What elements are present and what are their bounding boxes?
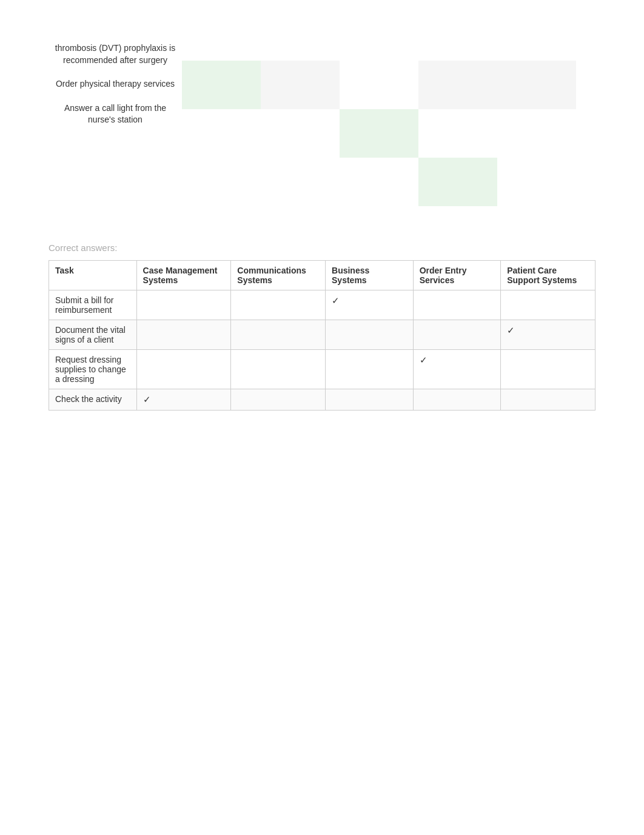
header-order-entry: Order Entry Services xyxy=(413,261,501,290)
cell-order_entry xyxy=(413,290,501,320)
top-cell-1-1 xyxy=(182,61,261,109)
cell-patient_care xyxy=(501,389,595,411)
cell-business xyxy=(326,389,414,411)
top-task-item-1: thrombosis (DVT) prophylaxis is recommen… xyxy=(49,36,182,72)
top-cell-2-1 xyxy=(261,61,340,109)
checkmark: ✓ xyxy=(507,325,515,335)
top-task-item-3: Answer a call light from the nurse's sta… xyxy=(49,96,182,132)
correct-answers-label: Correct answers: xyxy=(49,243,595,253)
cell-communications xyxy=(231,320,326,350)
top-cell-1-2 xyxy=(182,109,261,158)
cell-case_mgmt xyxy=(136,350,231,389)
cell-case_mgmt: ✓ xyxy=(136,389,231,411)
table-row: Document the vital signs of a client✓ xyxy=(49,320,595,350)
top-cell-5-2 xyxy=(497,109,576,158)
top-cell-4-3 xyxy=(418,158,497,206)
top-cell-5-1 xyxy=(497,61,576,109)
cell-communications xyxy=(231,290,326,320)
top-cell-4-1 xyxy=(418,61,497,109)
top-col-1 xyxy=(182,36,261,206)
top-col-2 xyxy=(261,36,340,206)
top-cell-2-2 xyxy=(261,109,340,158)
top-task-item-2: Order physical therapy services xyxy=(49,72,182,96)
top-cell-2-3 xyxy=(261,158,340,206)
cell-business: ✓ xyxy=(326,290,414,320)
cell-order_entry xyxy=(413,320,501,350)
cell-order_entry xyxy=(413,389,501,411)
header-business: Business Systems xyxy=(326,261,414,290)
top-cell-1-3 xyxy=(182,158,261,206)
cell-business xyxy=(326,350,414,389)
top-columns xyxy=(182,36,576,206)
top-col-3 xyxy=(340,36,418,206)
top-cell-4-2 xyxy=(418,109,497,158)
table-row: Submit a bill for reimbursement✓ xyxy=(49,290,595,320)
top-cell-5-3 xyxy=(497,158,576,206)
cell-task: Check the activity xyxy=(49,389,137,411)
top-cell-3-3 xyxy=(340,158,418,206)
cell-patient_care xyxy=(501,290,595,320)
cell-communications xyxy=(231,350,326,389)
header-task: Task xyxy=(49,261,137,290)
cell-business xyxy=(326,320,414,350)
header-case-mgmt: Case Management Systems xyxy=(136,261,231,290)
answers-table: Task Case Management Systems Communicati… xyxy=(49,260,595,411)
cell-task: Document the vital signs of a client xyxy=(49,320,137,350)
cell-order_entry: ✓ xyxy=(413,350,501,389)
cell-communications xyxy=(231,389,326,411)
cell-case_mgmt xyxy=(136,320,231,350)
cell-case_mgmt xyxy=(136,290,231,320)
cell-patient_care xyxy=(501,350,595,389)
top-cell-3-1 xyxy=(340,61,418,109)
checkmark: ✓ xyxy=(143,394,151,404)
top-col-5 xyxy=(497,36,576,206)
top-section: thrombosis (DVT) prophylaxis is recommen… xyxy=(49,36,595,206)
top-col-4 xyxy=(418,36,497,206)
cell-task: Request dressing supplies to change a dr… xyxy=(49,350,137,389)
checkmark: ✓ xyxy=(332,295,340,306)
top-cell-3-2 xyxy=(340,109,418,158)
header-communications: Communications Systems xyxy=(231,261,326,290)
table-row: Check the activity✓ xyxy=(49,389,595,411)
header-patient-care: Patient Care Support Systems xyxy=(501,261,595,290)
checkmark: ✓ xyxy=(420,355,428,365)
top-tasks-list: thrombosis (DVT) prophylaxis is recommen… xyxy=(49,36,182,206)
cell-patient_care: ✓ xyxy=(501,320,595,350)
table-row: Request dressing supplies to change a dr… xyxy=(49,350,595,389)
cell-task: Submit a bill for reimbursement xyxy=(49,290,137,320)
